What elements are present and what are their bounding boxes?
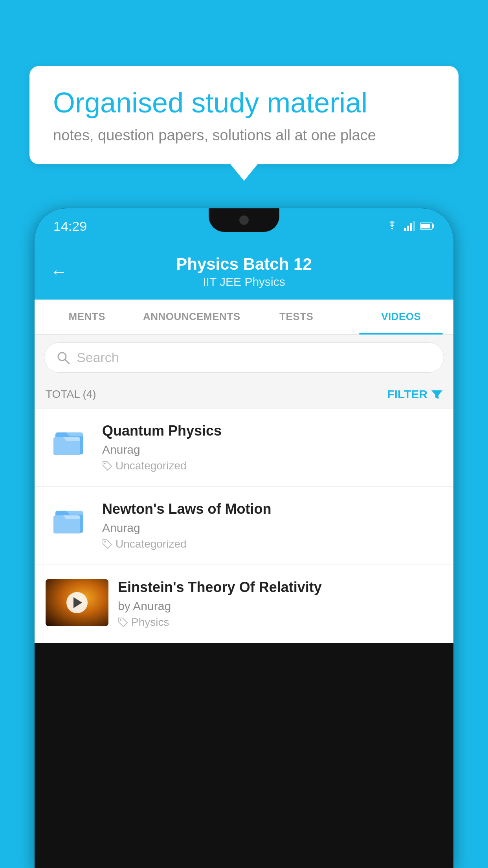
- folder-icon-wrap: [46, 423, 93, 458]
- bubble-subtitle: notes, question papers, solutions all at…: [53, 127, 435, 144]
- header-title: Physics Batch 12: [79, 255, 409, 274]
- search-icon: [56, 351, 70, 365]
- folder-icon-wrap: [46, 501, 93, 536]
- filter-icon: [431, 389, 442, 400]
- signal-icon: [404, 221, 415, 231]
- svg-marker-9: [431, 390, 442, 399]
- tag-icon: [102, 539, 112, 549]
- play-button[interactable]: [66, 592, 88, 613]
- play-triangle: [73, 597, 82, 608]
- svg-rect-1: [407, 226, 409, 231]
- tab-tests[interactable]: TESTS: [244, 300, 349, 334]
- search-bar[interactable]: Search: [44, 342, 444, 373]
- video-info: Newton's Laws of Motion Anurag Uncategor…: [102, 501, 442, 550]
- header-center: Physics Batch 12 IIT JEE Physics: [79, 255, 409, 289]
- svg-rect-0: [404, 228, 406, 231]
- app-header: ← Physics Batch 12 IIT JEE Physics: [35, 244, 453, 300]
- status-bar: 14:29: [35, 208, 453, 244]
- video-info: Einstein's Theory Of Relativity by Anura…: [118, 579, 442, 629]
- bubble-title: Organised study material: [53, 86, 435, 119]
- back-button[interactable]: ←: [50, 262, 68, 281]
- search-input[interactable]: Search: [77, 350, 119, 365]
- svg-point-15: [104, 541, 106, 542]
- video-title: Einstein's Theory Of Relativity: [118, 579, 442, 596]
- video-tag: Uncategorized: [102, 460, 442, 472]
- wifi-icon: [386, 221, 398, 231]
- list-item[interactable]: Newton's Laws of Motion Anurag Uncategor…: [35, 487, 453, 565]
- svg-rect-2: [410, 223, 412, 231]
- tab-ments[interactable]: MENTS: [35, 300, 139, 334]
- svg-rect-6: [433, 224, 434, 228]
- tabs-bar: MENTS ANNOUNCEMENTS TESTS VIDEOS: [35, 300, 453, 335]
- filter-bar: TOTAL (4) FILTER: [35, 381, 453, 408]
- search-container: Search: [35, 335, 453, 381]
- svg-rect-5: [421, 224, 430, 228]
- video-author: Anurag: [102, 443, 442, 456]
- folder-icon: [51, 425, 87, 456]
- video-tag: Uncategorized: [102, 538, 442, 550]
- list-item[interactable]: Einstein's Theory Of Relativity by Anura…: [35, 565, 453, 643]
- video-tag: Physics: [118, 616, 442, 629]
- tag-icon: [118, 617, 128, 627]
- total-label: TOTAL (4): [46, 388, 96, 401]
- folder-icon: [51, 503, 87, 534]
- notch-camera: [239, 215, 249, 225]
- phone-frame: 14:29: [35, 208, 453, 868]
- header-subtitle: IIT JEE Physics: [79, 275, 409, 289]
- video-author: by Anurag: [118, 600, 442, 613]
- video-author: Anurag: [102, 521, 442, 535]
- tag-icon: [102, 461, 112, 471]
- video-title: Quantum Physics: [102, 423, 442, 439]
- list-item[interactable]: Quantum Physics Anurag Uncategorized: [35, 408, 453, 487]
- battery-icon: [420, 222, 435, 230]
- svg-point-16: [120, 619, 121, 621]
- notch: [209, 208, 279, 232]
- video-title: Newton's Laws of Motion: [102, 501, 442, 517]
- video-thumbnail: [46, 579, 108, 626]
- filter-button[interactable]: FILTER: [387, 388, 442, 401]
- status-icons: [386, 221, 435, 231]
- tab-videos[interactable]: VIDEOS: [349, 300, 454, 334]
- video-info: Quantum Physics Anurag Uncategorized: [102, 423, 442, 472]
- status-time: 14:29: [53, 219, 87, 234]
- svg-point-12: [104, 463, 106, 464]
- svg-rect-3: [413, 221, 415, 231]
- svg-line-8: [65, 360, 69, 364]
- content-area: Quantum Physics Anurag Uncategorized: [35, 408, 453, 643]
- tab-announcements[interactable]: ANNOUNCEMENTS: [139, 300, 244, 334]
- speech-bubble: Organised study material notes, question…: [29, 66, 459, 164]
